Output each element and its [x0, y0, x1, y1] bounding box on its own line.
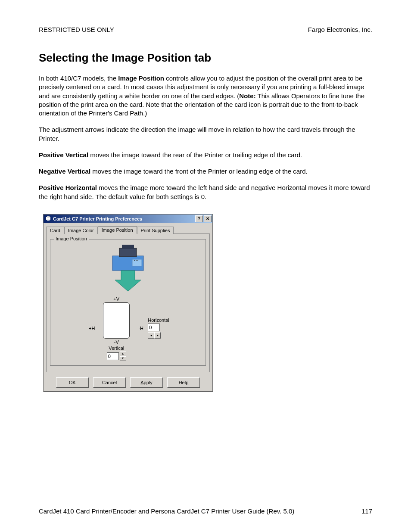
svg-rect-1 [47, 216, 50, 218]
bold-text: Note: [239, 92, 255, 100]
tab-image-position[interactable]: Image Position [98, 226, 137, 234]
vertical-down-button[interactable]: ▾ [120, 356, 126, 361]
close-button[interactable]: ✕ [204, 215, 212, 222]
paragraph-1: In both 410/C7 models, the Image Positio… [39, 74, 372, 118]
footer-page: 117 [361, 507, 372, 515]
plus-h-label: +H [87, 326, 97, 331]
image-position-group: Image Position +H +V [50, 239, 206, 366]
card-preview [103, 302, 130, 339]
svg-marker-10 [115, 271, 141, 291]
bold-text: Positive Horizontal [39, 184, 97, 191]
svg-rect-5 [122, 245, 134, 249]
footer-text: CardJet 410 Card Printer/Encoder and Per… [39, 507, 294, 515]
dialog-title: CardJet C7 Printer Printing Preferences [53, 216, 194, 221]
vertical-input[interactable] [107, 352, 119, 360]
ok-button[interactable]: OK [56, 377, 89, 388]
bullet-3: Positive Horizontal moves the image more… [39, 184, 372, 201]
tab-card[interactable]: Card [46, 227, 64, 234]
paragraph-2: The adjustment arrows indicate the direc… [39, 125, 372, 143]
svg-point-8 [136, 260, 137, 261]
tab-row: Card Image Color Image Position Print Su… [44, 223, 212, 233]
svg-rect-2 [47, 219, 50, 221]
text: moves the image toward the rear of the P… [88, 151, 302, 159]
printer-illustration [53, 245, 203, 293]
vertical-up-button[interactable]: ▴ [120, 352, 126, 356]
minus-v-label: -V [97, 339, 136, 345]
bold-text: Negative Vertical [39, 168, 90, 175]
bullet-1: Positive Vertical moves the image toward… [39, 151, 372, 159]
dialog-window: CardJet C7 Printer Printing Preferences … [43, 214, 213, 392]
titlebar: CardJet C7 Printer Printing Preferences … [44, 215, 212, 223]
group-label: Image Position [54, 236, 89, 241]
position-controls: +H +V -V Vertical ▴ ▾ [53, 296, 203, 361]
text: moves the image toward the front of the … [90, 168, 308, 175]
svg-point-9 [137, 260, 138, 261]
plus-v-label: +V [97, 296, 136, 302]
tab-print-supplies[interactable]: Print Supplies [137, 227, 174, 234]
tab-body: Image Position +H +V [46, 233, 210, 372]
printer-icon [45, 215, 51, 222]
apply-button[interactable]: Apply [130, 377, 163, 388]
horizontal-left-button[interactable]: ◂ [148, 332, 154, 339]
horizontal-right-button[interactable]: ▸ [154, 332, 161, 339]
horizontal-input[interactable] [148, 324, 160, 331]
horizontal-label: Horizontal [148, 317, 169, 323]
dialog-button-row: OK Cancel Apply Help [44, 375, 212, 391]
page-title: Selecting the Image Position tab [39, 51, 372, 65]
minus-h-label: -H [136, 326, 146, 331]
help-button-bottom[interactable]: Help [167, 377, 200, 388]
header-right: Fargo Electronics, Inc. [308, 26, 372, 33]
cancel-button[interactable]: Cancel [93, 377, 126, 388]
svg-rect-4 [119, 248, 137, 257]
bold-text: Image Position [118, 75, 164, 82]
header-left: RESTRICTED USE ONLY [39, 26, 114, 33]
bullet-2: Negative Vertical moves the image toward… [39, 167, 372, 176]
vertical-label: Vertical [97, 345, 136, 351]
tab-image-color[interactable]: Image Color [64, 227, 98, 234]
text: In both 410/C7 models, the [39, 75, 118, 82]
help-button[interactable]: ? [195, 215, 203, 222]
bold-text: Positive Vertical [39, 151, 88, 159]
svg-point-7 [134, 260, 135, 261]
svg-rect-6 [132, 259, 142, 266]
